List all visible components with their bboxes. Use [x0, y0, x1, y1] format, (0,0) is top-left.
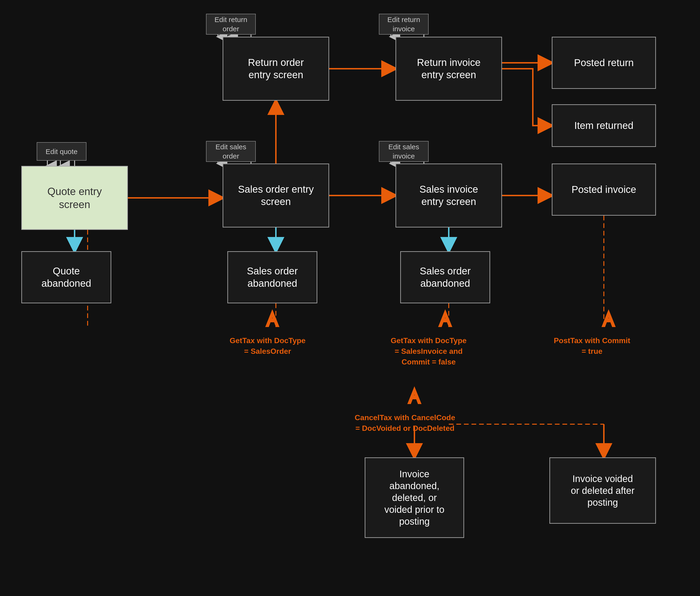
edit-return-invoice-label: Edit return invoice: [379, 14, 429, 34]
cancel-tax-label: CancelTax with CancelCode = DocVoided or…: [339, 412, 471, 434]
get-tax-sales-order-label: GetTax with DocType = SalesOrder: [220, 335, 315, 357]
return-order-entry-screen-box: Return order entry screen: [223, 37, 329, 101]
return-invoice-entry-screen-box: Return invoice entry screen: [395, 37, 502, 101]
get-tax-sales-invoice-label: GetTax with DocType = SalesInvoice and C…: [374, 335, 483, 367]
invoice-voided-box: Invoice voided or deleted after posting: [549, 457, 656, 524]
sales-order-abandoned2-box: Sales order abandoned: [400, 251, 490, 303]
invoice-abandoned-box: Invoice abandoned, deleted, or voided pr…: [365, 457, 464, 538]
posted-invoice-box: Posted invoice: [552, 164, 656, 216]
edit-sales-order-label: Edit sales order: [206, 141, 256, 162]
avalara-get-tax-sales-order-icon: [253, 307, 291, 335]
sales-order-entry-screen-box: Sales order entry screen: [223, 164, 329, 227]
sales-order-abandoned1-box: Sales order abandoned: [227, 251, 317, 303]
avalara-cancel-tax-icon: [395, 384, 433, 412]
item-returned-box: Item returned: [552, 104, 656, 147]
edit-sales-invoice-label: Edit sales invoice: [379, 141, 429, 162]
edit-return-order-label: Edit return order: [206, 14, 256, 34]
edit-quote-label: Edit quote: [37, 142, 86, 161]
diagram-container: Quote entry screen Return order entry sc…: [0, 0, 700, 596]
avalara-post-tax-commit-icon: [590, 307, 627, 335]
posted-return-box: Posted return: [552, 37, 656, 89]
quote-entry-screen-box: Quote entry screen: [21, 166, 128, 230]
post-tax-commit-label: PostTax with Commit = true: [545, 335, 639, 357]
avalara-get-tax-sales-invoice-icon: [426, 307, 464, 335]
sales-invoice-entry-screen-box: Sales invoice entry screen: [395, 164, 502, 227]
quote-abandoned-box: Quote abandoned: [21, 251, 111, 303]
